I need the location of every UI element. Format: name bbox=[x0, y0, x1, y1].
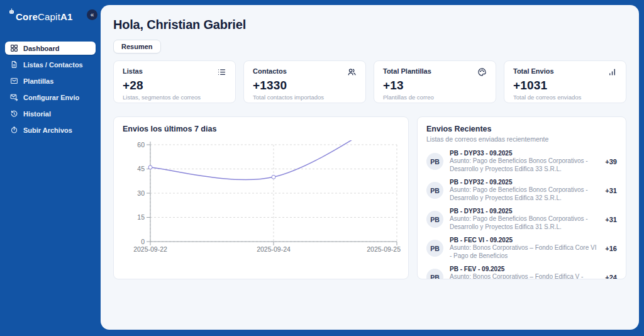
stat-value: +28 bbox=[123, 79, 226, 92]
list-item-subtitle: Asunto: Bonos Corporativos – Fondo Edifi… bbox=[450, 273, 597, 279]
sidebar-item-label: Dashboard bbox=[23, 45, 59, 52]
stat-subtitle: Total de correos enviados bbox=[513, 94, 617, 101]
list-item-title: PB - DYP33 - 09.2025 bbox=[450, 150, 597, 157]
avatar: PB bbox=[426, 211, 443, 228]
stat-value: +13 bbox=[383, 79, 487, 92]
robot-icon bbox=[8, 8, 15, 15]
stat-subtitle: Total contactos importados bbox=[253, 94, 357, 101]
list-icon bbox=[217, 67, 226, 77]
stat-title: Total Plantillas bbox=[383, 67, 431, 75]
dashboard-grid-icon bbox=[10, 44, 18, 52]
envios-line-chart: 0153045602025-09-222025-09-242025-09-25 bbox=[123, 137, 401, 262]
list-item: PB PB - FEC VI - 09.2025 Asunto: Bonos C… bbox=[426, 237, 617, 260]
list-item-title: PB - DYP32 - 09.2025 bbox=[450, 179, 597, 186]
svg-text:15: 15 bbox=[137, 213, 145, 221]
brand-logo: CoreCapitA1 « bbox=[0, 0, 101, 23]
list-item: PB PB - DYP31 - 09.2025 Asunto: Pago de … bbox=[426, 208, 617, 231]
main-panel: Hola, Christian Gabriel Resumen Listas +… bbox=[101, 5, 639, 330]
stat-value: +1330 bbox=[253, 79, 357, 92]
list-item-subtitle: Asunto: Pago de Beneficios Bonos Corpora… bbox=[450, 157, 597, 173]
send-count-badge: +24 bbox=[605, 274, 617, 280]
stat-subtitle: Listas, segmentos de correos bbox=[123, 94, 226, 101]
list-item-subtitle: Asunto: Bonos Corporativos – Fondo Edifi… bbox=[450, 244, 597, 260]
sidebar-item-configurar-envio[interactable]: Configurar Envio bbox=[5, 91, 96, 104]
send-count-badge: +31 bbox=[605, 187, 617, 194]
envios-recientes-card: Envios Recientes Listas de correos envia… bbox=[417, 116, 626, 279]
sidebar-item-listas-contactos[interactable]: Listas / Contactos bbox=[5, 58, 96, 71]
content-row: Envios los últimos 7 dias 0153045602025-… bbox=[113, 116, 626, 279]
svg-text:2025-09-22: 2025-09-22 bbox=[133, 245, 167, 253]
svg-text:30: 30 bbox=[137, 189, 145, 197]
collapse-chevrons-icon: « bbox=[91, 11, 94, 18]
chart-title: Envios los últimos 7 dias bbox=[123, 125, 399, 133]
avatar: PB bbox=[426, 240, 443, 257]
avatar: PB bbox=[426, 153, 443, 170]
sidebar-item-subir-archivos[interactable]: Subir Archivos bbox=[5, 123, 96, 137]
recent-subtitle: Listas de correos enviadas recientemente bbox=[426, 135, 617, 143]
list-item: PB PB - DYP33 - 09.2025 Asunto: Pago de … bbox=[426, 150, 617, 173]
stat-card-envios: Total Envios +1031 Total de correos envi… bbox=[504, 60, 626, 103]
envios-chart-card: Envios los últimos 7 dias 0153045602025-… bbox=[113, 116, 409, 279]
template-icon bbox=[10, 77, 18, 85]
send-count-badge: +31 bbox=[605, 216, 617, 223]
list-item-title: PB - DYP31 - 09.2025 bbox=[450, 208, 597, 215]
send-count-badge: +39 bbox=[605, 158, 617, 165]
sidebar-item-label: Subir Archivos bbox=[23, 126, 72, 134]
stat-title: Listas bbox=[123, 67, 143, 75]
avatar: PB bbox=[426, 182, 443, 199]
svg-text:2025-09-25: 2025-09-25 bbox=[367, 245, 401, 253]
list-item: PB PB - DYP32 - 09.2025 Asunto: Pago de … bbox=[426, 179, 617, 202]
list-item: PB PB - FEV - 09.2025 Asunto: Bonos Corp… bbox=[426, 266, 617, 279]
palette-icon bbox=[477, 67, 487, 77]
document-icon bbox=[10, 60, 18, 69]
sidebar-nav: Dashboard Listas / Contactos Plantillas … bbox=[0, 42, 101, 137]
stat-card-listas: Listas +28 Listas, segmentos de correos bbox=[113, 60, 236, 103]
sidebar-collapse-button[interactable]: « bbox=[87, 9, 97, 20]
send-count-badge: +16 bbox=[605, 245, 617, 252]
sidebar-item-plantillas[interactable]: Plantillas bbox=[5, 74, 96, 87]
page-title: Hola, Christian Gabriel bbox=[113, 18, 626, 32]
history-icon bbox=[10, 109, 18, 118]
stat-value: +1031 bbox=[513, 79, 617, 92]
svg-text:0: 0 bbox=[141, 238, 145, 245]
send-mail-icon bbox=[10, 93, 18, 101]
stat-title: Contactos bbox=[253, 67, 287, 75]
sidebar-item-label: Plantillas bbox=[23, 77, 53, 85]
users-icon bbox=[347, 67, 357, 77]
bar-chart-icon bbox=[608, 67, 617, 77]
sidebar: CoreCapitA1 « Dashboard Listas / Contact… bbox=[0, 0, 101, 336]
svg-text:45: 45 bbox=[137, 165, 145, 172]
svg-text:60: 60 bbox=[137, 141, 145, 148]
sidebar-item-label: Configurar Envio bbox=[23, 94, 79, 101]
sidebar-item-historial[interactable]: Historial bbox=[5, 107, 96, 120]
stat-card-plantillas: Total Plantillas +13 Plantillas de corre… bbox=[374, 60, 496, 103]
sidebar-item-label: Listas / Contactos bbox=[23, 61, 83, 69]
brand-suffix: A1 bbox=[60, 11, 73, 22]
sidebar-item-label: Historial bbox=[23, 110, 51, 118]
stat-subtitle: Plantillas de correo bbox=[383, 94, 487, 101]
brand-core: Core bbox=[16, 11, 38, 22]
stats-row: Listas +28 Listas, segmentos de correos … bbox=[113, 60, 626, 103]
list-item-title: PB - FEV - 09.2025 bbox=[450, 266, 597, 272]
sidebar-item-dashboard[interactable]: Dashboard bbox=[5, 42, 96, 55]
list-item-title: PB - FEC VI - 09.2025 bbox=[450, 237, 597, 244]
avatar: PB bbox=[426, 269, 443, 279]
stat-card-contactos: Contactos +1330 Total contactos importad… bbox=[243, 60, 366, 103]
list-item-subtitle: Asunto: Pago de Beneficios Bonos Corpora… bbox=[450, 186, 597, 202]
svg-text:2025-09-24: 2025-09-24 bbox=[257, 245, 291, 253]
stat-title: Total Envios bbox=[513, 67, 554, 75]
upload-icon bbox=[10, 126, 18, 134]
list-item-subtitle: Asunto: Pago de Beneficios Bonos Corpora… bbox=[450, 215, 597, 231]
resumen-tab[interactable]: Resumen bbox=[113, 40, 161, 53]
recent-list: PB PB - DYP33 - 09.2025 Asunto: Pago de … bbox=[426, 150, 617, 279]
recent-title: Envios Recientes bbox=[426, 125, 617, 133]
brand-capit: Capit bbox=[38, 11, 60, 22]
